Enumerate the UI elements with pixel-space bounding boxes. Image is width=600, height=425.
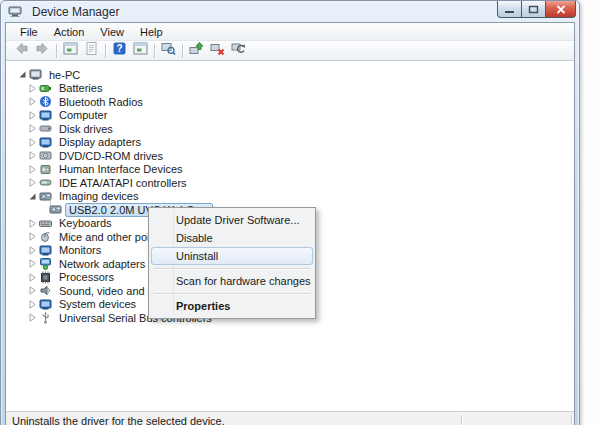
tree-indent	[6, 236, 26, 237]
context-menu-separator	[154, 293, 310, 294]
tree-indent	[6, 169, 26, 170]
expand-arrow-collapsed-icon[interactable]	[26, 137, 38, 148]
expand-arrow-collapsed-icon[interactable]	[26, 177, 38, 188]
tree-item-label: Monitors	[56, 244, 104, 256]
tree-connector-line	[50, 198, 58, 208]
expand-arrow-collapsed-icon[interactable]	[26, 123, 38, 134]
tree-item-disk-drives[interactable]: Disk drives	[6, 122, 574, 136]
minimize-button[interactable]	[497, 1, 522, 18]
back-icon	[14, 41, 29, 60]
scan-hardware-changes-icon	[231, 41, 246, 60]
tree-item-imaging-devices[interactable]: Imaging devices	[6, 190, 574, 204]
expand-arrow-collapsed-icon[interactable]	[26, 164, 38, 175]
sound-icon	[38, 284, 52, 297]
expand-arrow-collapsed-icon[interactable]	[26, 285, 38, 296]
context-menu-item-uninstall[interactable]: Uninstall	[151, 247, 313, 265]
tree-item-bluetooth-radios[interactable]: Bluetooth Radios	[6, 95, 574, 109]
tree-indent	[6, 250, 26, 251]
export-list-button[interactable]	[81, 42, 102, 59]
window-title: Device Manager	[32, 5, 119, 19]
toolbar: ?	[6, 41, 574, 61]
context-menu-item-update-driver-software[interactable]: Update Driver Software...	[151, 211, 313, 229]
search-computer-button[interactable]	[158, 42, 179, 59]
tree-indent	[6, 304, 26, 305]
tree-item-label: System devices	[56, 298, 139, 310]
expand-arrow-collapsed-icon[interactable]	[26, 312, 38, 323]
system-device-icon	[38, 298, 52, 311]
menu-view[interactable]: View	[92, 24, 132, 40]
tree-item-he-pc[interactable]: he-PC	[6, 68, 574, 82]
menu-help[interactable]: Help	[132, 24, 171, 40]
usb-controller-icon	[38, 311, 52, 324]
status-text: Uninstalls the driver for the selected d…	[12, 415, 225, 425]
show-console-tree-button[interactable]	[60, 42, 81, 59]
tree-item-label: Imaging devices	[56, 190, 142, 202]
expand-arrow-collapsed-icon[interactable]	[26, 218, 38, 229]
bluetooth-icon	[38, 95, 52, 108]
scan-hardware-changes-button[interactable]	[228, 42, 249, 59]
tree-item-display-adapters[interactable]: Display adapters	[6, 136, 574, 150]
expand-arrow-collapsed-icon[interactable]	[26, 150, 38, 161]
export-list-icon	[84, 41, 99, 60]
device-manager-icon	[8, 5, 22, 18]
tree-item-label: DVD/CD-ROM drives	[56, 150, 166, 162]
help-button[interactable]: ?	[109, 42, 130, 59]
forward-icon	[35, 41, 50, 60]
menu-action[interactable]: Action	[46, 24, 93, 40]
computer-icon	[38, 109, 52, 122]
toolbar-separator	[105, 44, 106, 58]
tree-indent	[6, 101, 26, 102]
context-menu-item-scan-for-hardware-changes[interactable]: Scan for hardware changes	[151, 272, 313, 290]
context-menu-item-disable[interactable]: Disable	[151, 229, 313, 247]
expand-arrow-collapsed-icon[interactable]	[26, 96, 38, 107]
uninstall-device-button[interactable]	[207, 42, 228, 59]
expand-arrow-collapsed-icon[interactable]	[26, 299, 38, 310]
statusbar-separator	[461, 415, 462, 425]
expand-arrow-none	[36, 204, 48, 215]
back-button[interactable]	[11, 42, 32, 59]
hid-icon	[38, 163, 52, 176]
expand-arrow-collapsed-icon[interactable]	[26, 83, 38, 94]
expand-arrow-expanded-icon[interactable]	[26, 191, 38, 202]
properties-window-button[interactable]	[130, 42, 151, 59]
tree-item-label: Batteries	[56, 82, 105, 94]
expand-arrow-collapsed-icon[interactable]	[26, 231, 38, 242]
tree-indent	[6, 196, 26, 197]
tree-item-ide-ata-atapi-controllers[interactable]: IDE ATA/ATAPI controllers	[6, 176, 574, 190]
expand-arrow-collapsed-icon[interactable]	[26, 258, 38, 269]
menubar: File Action View Help	[6, 23, 574, 41]
update-driver-icon	[189, 41, 204, 60]
toolbar-separator	[154, 44, 155, 58]
context-menu: Update Driver Software...DisableUninstal…	[148, 207, 316, 319]
toolbar-separator	[56, 44, 57, 58]
minimize-icon	[504, 0, 515, 18]
tree-item-human-interface-devices[interactable]: Human Interface Devices	[6, 163, 574, 177]
tree-indent	[6, 115, 26, 116]
tree-item-computer[interactable]: Computer	[6, 109, 574, 123]
close-button[interactable]	[545, 1, 576, 18]
close-icon	[556, 0, 566, 18]
tree-indent	[6, 277, 26, 278]
tree-item-label: Display adapters	[56, 136, 144, 148]
tree-indent	[6, 128, 26, 129]
mouse-icon	[38, 230, 52, 243]
tree-item-label: Network adapters	[56, 258, 148, 270]
tree-item-batteries[interactable]: Batteries	[6, 82, 574, 96]
maximize-button[interactable]	[521, 1, 546, 18]
expand-arrow-collapsed-icon[interactable]	[26, 110, 38, 121]
svg-text:?: ?	[116, 43, 122, 54]
titlebar[interactable]: Device Manager	[1, 1, 579, 22]
context-menu-item-properties[interactable]: Properties	[151, 297, 313, 315]
show-console-tree-icon	[63, 41, 78, 60]
expand-arrow-collapsed-icon[interactable]	[26, 272, 38, 283]
tree-item-dvd-cd-rom-drives[interactable]: DVD/CD-ROM drives	[6, 149, 574, 163]
forward-button[interactable]	[32, 42, 53, 59]
context-menu-separator	[154, 268, 310, 269]
help-icon: ?	[112, 41, 127, 60]
menu-file[interactable]: File	[12, 24, 46, 40]
tree-item-label: Disk drives	[56, 123, 116, 135]
expand-arrow-expanded-icon[interactable]	[16, 69, 28, 80]
tree-indent	[6, 209, 36, 210]
expand-arrow-collapsed-icon[interactable]	[26, 245, 38, 256]
update-driver-button[interactable]	[186, 42, 207, 59]
